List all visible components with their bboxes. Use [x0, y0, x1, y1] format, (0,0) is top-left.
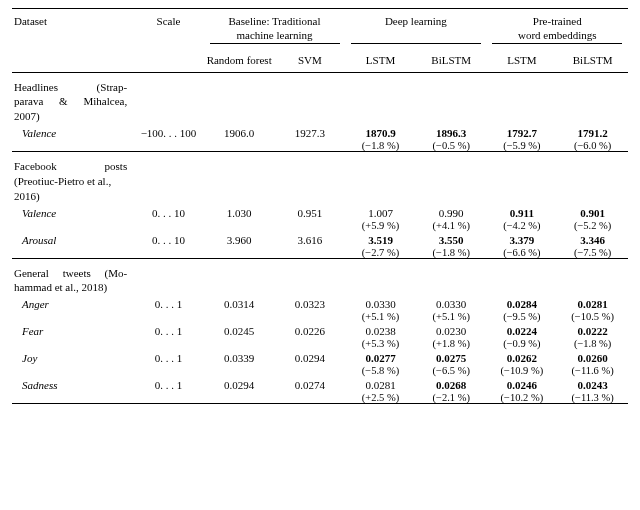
dimension-label: Arousal	[12, 231, 133, 246]
pt-bilstm-pct: (−5.2 %)	[557, 219, 628, 231]
empty-cell	[12, 337, 133, 349]
empty-cell	[275, 337, 346, 349]
dl-bilstm-pct: (−2.1 %)	[416, 391, 487, 403]
empty-cell	[487, 152, 558, 204]
svm-cell: 0.0323	[275, 295, 346, 310]
scale-cell: 0. . . 1	[133, 349, 204, 364]
dl-bilstm-cell: 3.550	[416, 231, 487, 246]
hdr-pretrained: Pre-trained word embeddings	[487, 9, 628, 50]
dl-bilstm-cell: 1896.3	[416, 124, 487, 139]
empty-cell	[487, 72, 558, 124]
empty-cell	[12, 139, 133, 151]
metric-row: Joy0. . . 10.03390.02940.02770.02750.026…	[12, 349, 628, 364]
metric-row: Fear0. . . 10.02450.02260.02380.02300.02…	[12, 322, 628, 337]
pt-lstm-cell: 0.0224	[487, 322, 558, 337]
pt-bilstm-cell: 3.346	[557, 231, 628, 246]
dl-lstm-pct: (−1.8 %)	[345, 139, 416, 151]
dimension-label: Joy	[12, 349, 133, 364]
metric-pct-row: (+5.1 %)(+5.1 %)(−9.5 %)(−10.5 %)	[12, 310, 628, 322]
empty-cell	[133, 337, 204, 349]
empty-cell	[487, 258, 558, 295]
dataset-name: General tweets (Mo-hammad et al., 2018)	[12, 258, 133, 295]
empty-cell	[204, 258, 275, 295]
dl-lstm-cell: 0.0277	[345, 349, 416, 364]
empty-cell	[133, 152, 204, 204]
metric-pct-row: (+5.9 %)(+4.1 %)(−4.2 %)(−5.2 %)	[12, 219, 628, 231]
empty-cell	[204, 364, 275, 376]
dl-lstm-pct: (+5.9 %)	[345, 219, 416, 231]
rf-cell: 0.0294	[204, 376, 275, 391]
dl-lstm-pct: (+5.1 %)	[345, 310, 416, 322]
pt-lstm-cell: 0.0262	[487, 349, 558, 364]
pt-bilstm-cell: 0.901	[557, 204, 628, 219]
hdr-pt-bilstm: BiLSTM	[557, 50, 628, 73]
metric-row: Valence0. . . 101.0300.9511.0070.9900.91…	[12, 204, 628, 219]
empty-cell	[133, 364, 204, 376]
empty-cell	[12, 364, 133, 376]
pt-lstm-cell: 0.0246	[487, 376, 558, 391]
dl-bilstm-cell: 0.0230	[416, 322, 487, 337]
pt-bilstm-pct: (−1.8 %)	[557, 337, 628, 349]
empty-cell	[275, 139, 346, 151]
empty-cell	[275, 364, 346, 376]
metric-row: Valence−100. . . 1001906.01927.31870.918…	[12, 124, 628, 139]
scale-cell: −100. . . 100	[133, 124, 204, 139]
dimension-label: Valence	[12, 204, 133, 219]
table-body: Headlines (Strap-parava & Mihalcea,2007)…	[12, 72, 628, 404]
metric-row: Sadness0. . . 10.02940.02740.02810.02680…	[12, 376, 628, 391]
pt-bilstm-cell: 0.0243	[557, 376, 628, 391]
pt-lstm-pct: (−4.2 %)	[487, 219, 558, 231]
empty-cell	[416, 258, 487, 295]
empty-cell	[416, 152, 487, 204]
pt-lstm-pct: (−10.9 %)	[487, 364, 558, 376]
svm-cell: 1927.3	[275, 124, 346, 139]
pt-lstm-pct: (−10.2 %)	[487, 391, 558, 403]
pt-lstm-cell: 3.379	[487, 231, 558, 246]
metric-pct-row: (+5.3 %)(+1.8 %)(−0.9 %)(−1.8 %)	[12, 337, 628, 349]
dl-bilstm-cell: 0.990	[416, 204, 487, 219]
empty-cell	[275, 246, 346, 258]
svm-cell: 3.616	[275, 231, 346, 246]
pt-bilstm-cell: 0.0222	[557, 322, 628, 337]
hdr-rf: Random forest	[204, 50, 275, 73]
dl-lstm-pct: (+5.3 %)	[345, 337, 416, 349]
metric-pct-row: (−1.8 %)(−0.5 %)(−5.9 %)(−6.0 %)	[12, 139, 628, 151]
rf-cell: 0.0339	[204, 349, 275, 364]
empty-cell	[204, 310, 275, 322]
dl-lstm-cell: 0.0238	[345, 322, 416, 337]
empty-cell	[12, 391, 133, 403]
pt-bilstm-pct: (−11.3 %)	[557, 391, 628, 403]
metric-pct-row: (+2.5 %)(−2.1 %)(−10.2 %)(−11.3 %)	[12, 391, 628, 403]
pt-lstm-pct: (−9.5 %)	[487, 310, 558, 322]
dl-lstm-cell: 1870.9	[345, 124, 416, 139]
dataset-row: General tweets (Mo-hammad et al., 2018)	[12, 258, 628, 295]
hdr-dataset: Dataset	[12, 9, 133, 73]
svm-cell: 0.0226	[275, 322, 346, 337]
rf-cell: 1906.0	[204, 124, 275, 139]
metric-pct-row: (−5.8 %)(−6.5 %)(−10.9 %)(−11.6 %)	[12, 364, 628, 376]
hdr-baseline: Baseline: Traditional machine learning	[204, 9, 345, 50]
pt-lstm-pct: (−0.9 %)	[487, 337, 558, 349]
table-header: Dataset Scale Baseline: Traditional mach…	[12, 9, 628, 73]
empty-cell	[204, 152, 275, 204]
empty-cell	[345, 258, 416, 295]
empty-cell	[204, 72, 275, 124]
hdr-baseline-l2: machine learning	[236, 29, 312, 43]
hdr-baseline-l1: Baseline: Traditional	[229, 15, 321, 29]
hdr-deep: Deep learning	[345, 9, 486, 50]
rf-cell: 0.0245	[204, 322, 275, 337]
dl-lstm-pct: (−2.7 %)	[345, 246, 416, 258]
dl-bilstm-pct: (+1.8 %)	[416, 337, 487, 349]
dimension-label: Valence	[12, 124, 133, 139]
dl-lstm-pct: (+2.5 %)	[345, 391, 416, 403]
results-table: Dataset Scale Baseline: Traditional mach…	[12, 8, 628, 404]
dl-lstm-cell: 0.0330	[345, 295, 416, 310]
dl-bilstm-cell: 0.0268	[416, 376, 487, 391]
hdr-dl-lstm: LSTM	[345, 50, 416, 73]
pt-bilstm-pct: (−7.5 %)	[557, 246, 628, 258]
scale-cell: 0. . . 10	[133, 231, 204, 246]
dimension-label: Anger	[12, 295, 133, 310]
svm-cell: 0.0294	[275, 349, 346, 364]
empty-cell	[12, 219, 133, 231]
empty-cell	[275, 391, 346, 403]
